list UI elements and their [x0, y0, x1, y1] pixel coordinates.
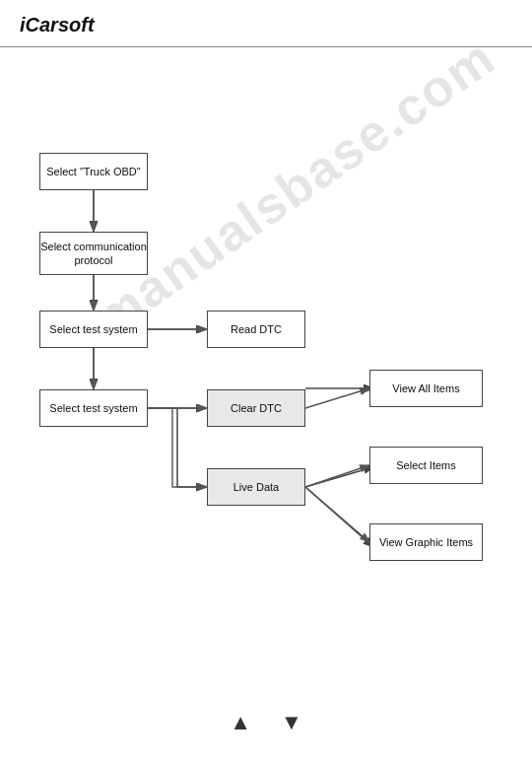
- header: iCarsoft: [0, 0, 532, 47]
- box-view-graphic-items: View Graphic Items: [369, 523, 483, 561]
- box-test-system-1: Select test system: [39, 311, 148, 348]
- svg-line-8: [305, 487, 372, 546]
- box-test-system-2: Select test system: [39, 389, 148, 427]
- nav-down-button[interactable]: ▼: [281, 710, 302, 735]
- nav-arrows: ▲ ▼: [230, 710, 302, 735]
- diagram-area: manualsbase.com Select "Truck: [0, 59, 532, 729]
- box-read-dtc: Read DTC: [207, 311, 305, 348]
- box-live-data: Live Data: [207, 468, 305, 506]
- box-view-all-items: View All Items: [369, 370, 483, 407]
- nav-up-button[interactable]: ▲: [230, 710, 251, 735]
- box-clear-dtc: Clear DTC: [207, 389, 305, 427]
- box-comm-protocol: Select communication protocol: [39, 232, 148, 275]
- app-title: iCarsoft: [20, 14, 95, 35]
- box-select-items: Select Items: [369, 447, 483, 484]
- svg-line-7: [305, 467, 372, 487]
- box-truck-obd: Select "Truck OBD": [39, 153, 148, 190]
